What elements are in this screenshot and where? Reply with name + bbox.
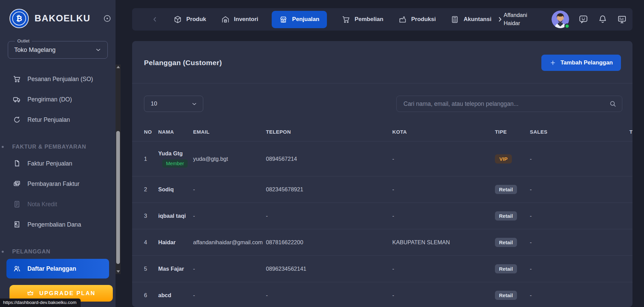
outlet-label: Outlet xyxy=(15,38,32,43)
table-row[interactable]: 6abcd---Retail- xyxy=(132,282,632,307)
cell-email: - xyxy=(193,203,266,229)
online-status-dot xyxy=(564,23,570,29)
tab-produksi[interactable]: Produksi xyxy=(398,15,436,24)
cell-tipe: Retail xyxy=(495,176,530,203)
tab-label: Produksi xyxy=(411,16,436,23)
refund-icon xyxy=(13,220,21,229)
cell-sales: - xyxy=(530,229,629,256)
tab-penjualan[interactable]: Penjualan xyxy=(272,11,327,28)
card-header: Pelanggan (Customer) Tambah Pelanggan xyxy=(132,41,632,83)
nav-scroll-left-icon[interactable] xyxy=(151,16,159,23)
sidebar-item-label: Nota Kredit xyxy=(27,201,57,208)
cell-sales: - xyxy=(530,141,629,176)
bitcoin-icon: ₿ xyxy=(12,12,26,25)
cell-tipe: Retail xyxy=(495,229,530,256)
nav-scroll-right-icon[interactable] xyxy=(496,16,504,23)
cell-telepon: - xyxy=(266,203,392,229)
credit-note-icon xyxy=(13,200,21,208)
column-header-kota: KOTA xyxy=(392,112,495,141)
outlet-select[interactable]: Outlet Toko Magelang xyxy=(8,41,108,59)
search-box xyxy=(396,96,622,112)
cell-email: - xyxy=(193,256,266,282)
sidebar-item-faktur-penjualan[interactable]: Faktur Penjualan xyxy=(0,153,116,174)
page-size-select[interactable]: 10 xyxy=(144,96,203,112)
sidebar-item-label: Pengiriman (DO) xyxy=(27,96,72,103)
cell-kota: - xyxy=(392,282,495,307)
cell-truncated xyxy=(629,229,632,256)
cell-nama: Mas Fajar xyxy=(158,256,193,282)
table-header-row: NONAMAEMAILTELEPONKOTATIPESALEST xyxy=(132,112,632,141)
cell-email: yuda@gtg.bgt xyxy=(193,141,266,176)
cell-no: 6 xyxy=(132,282,158,307)
top-nav: ProdukInventoriPenjualanPembelianProduks… xyxy=(132,8,632,31)
cell-email: - xyxy=(193,282,266,307)
tipe-badge: Retail xyxy=(495,264,517,273)
sidebar-item-pesanan-penjualan-so[interactable]: Pesanan Penjualan (SO) xyxy=(0,69,116,89)
cell-no: 5 xyxy=(132,256,158,282)
tipe-badge: Retail xyxy=(495,211,517,220)
sidebar-scrollbar[interactable] xyxy=(116,64,121,274)
customer-name: Sodiq xyxy=(158,186,190,193)
tab-label: Akuntansi xyxy=(463,16,491,23)
sidebar: ₿ BAKOELKU Outlet Toko Magelang Pesanan … xyxy=(0,0,116,307)
search-icon[interactable] xyxy=(609,100,617,108)
add-customer-button[interactable]: Tambah Pelanggan xyxy=(541,55,621,71)
sidebar-item-pengiriman-do[interactable]: Pengiriman (DO) xyxy=(0,89,116,110)
tab-inventori[interactable]: Inventori xyxy=(221,15,258,24)
tab-akuntansi[interactable]: Akuntansi xyxy=(451,15,491,24)
table-row[interactable]: 2Sodiq-082345678921-Retail- xyxy=(132,176,632,203)
cell-telepon: - xyxy=(266,282,392,307)
user-avatar[interactable] xyxy=(552,11,569,28)
brand-title: BAKOELKU xyxy=(35,13,90,24)
tab-label: Produk xyxy=(186,16,206,23)
notification-bell-icon[interactable] xyxy=(598,14,608,24)
scrollbar-thumb[interactable] xyxy=(116,131,120,264)
cart-icon xyxy=(13,75,21,83)
sidebar-item-pembayaran-faktur[interactable]: Pembayaran Faktur xyxy=(0,174,116,194)
cell-nama: Sodiq xyxy=(158,176,193,203)
sidebar-item-daftar-pelanggan[interactable]: Daftar Pelanggan xyxy=(6,259,109,279)
table-row[interactable]: 3iqbaal taqi---Retail- xyxy=(132,203,632,229)
factory-icon xyxy=(398,15,407,24)
tab-label: Pembelian xyxy=(355,16,383,23)
column-header-no: NO xyxy=(132,112,158,141)
cell-no: 1 xyxy=(132,141,158,176)
tab-pembelian[interactable]: Pembelian xyxy=(342,15,383,24)
sidebar-toggle-icon[interactable] xyxy=(103,14,111,23)
table-row[interactable]: 1Yuda GtgMemberyuda@gtg.bgt0894567214-VI… xyxy=(132,141,632,176)
tipe-badge: Retail xyxy=(495,185,517,194)
cell-telepon: 087816622200 xyxy=(266,229,392,256)
sidebar-item-nota-kredit[interactable]: Nota Kredit xyxy=(0,194,116,214)
cube-icon xyxy=(173,15,182,24)
scroll-down-arrow[interactable] xyxy=(117,270,120,273)
content-card: Pelanggan (Customer) Tambah Pelanggan 10… xyxy=(132,41,632,307)
customer-name: Yuda Gtg xyxy=(158,150,190,157)
cell-truncated xyxy=(629,141,632,176)
pos-display-icon[interactable] xyxy=(617,14,627,24)
cell-kota: - xyxy=(392,203,495,229)
table-row[interactable]: 5Mas Fajar-0896234562141-Retail- xyxy=(132,256,632,282)
chevron-down-icon xyxy=(95,46,102,53)
payment-icon xyxy=(13,180,21,188)
sidebar-item-retur-penjualan[interactable]: Retur Penjualan xyxy=(0,110,116,130)
cell-sales: - xyxy=(530,282,629,307)
cell-tipe: Retail xyxy=(495,203,530,229)
search-input[interactable] xyxy=(403,100,609,108)
chat-icon[interactable] xyxy=(578,14,588,24)
sidebar-item-label: Pengembalian Dana xyxy=(27,221,81,228)
scroll-up-arrow[interactable] xyxy=(117,66,120,68)
add-customer-label: Tambah Pelanggan xyxy=(560,59,613,66)
cell-nama: iqbaal taqi xyxy=(158,203,193,229)
sidebar-item-pengembalian-dana[interactable]: Pengembalian Dana xyxy=(0,214,116,235)
customer-name: Haidar xyxy=(158,239,190,246)
column-header-email: EMAIL xyxy=(193,112,266,141)
url-tooltip: https://dashboard-dev.bakoelku.com xyxy=(0,299,81,307)
crown-icon xyxy=(27,289,35,297)
cell-tipe: Retail xyxy=(495,282,530,307)
table-row[interactable]: 4Haidaraffandanihaidar@gmail.com08781662… xyxy=(132,229,632,256)
plus-icon xyxy=(549,59,556,66)
tipe-badge: Retail xyxy=(495,291,517,300)
tab-produk[interactable]: Produk xyxy=(173,15,206,24)
column-header-nama: NAMA xyxy=(158,112,193,141)
sidebar-menu: Pesanan Penjualan (SO)Pengiriman (DO)Ret… xyxy=(0,69,116,279)
